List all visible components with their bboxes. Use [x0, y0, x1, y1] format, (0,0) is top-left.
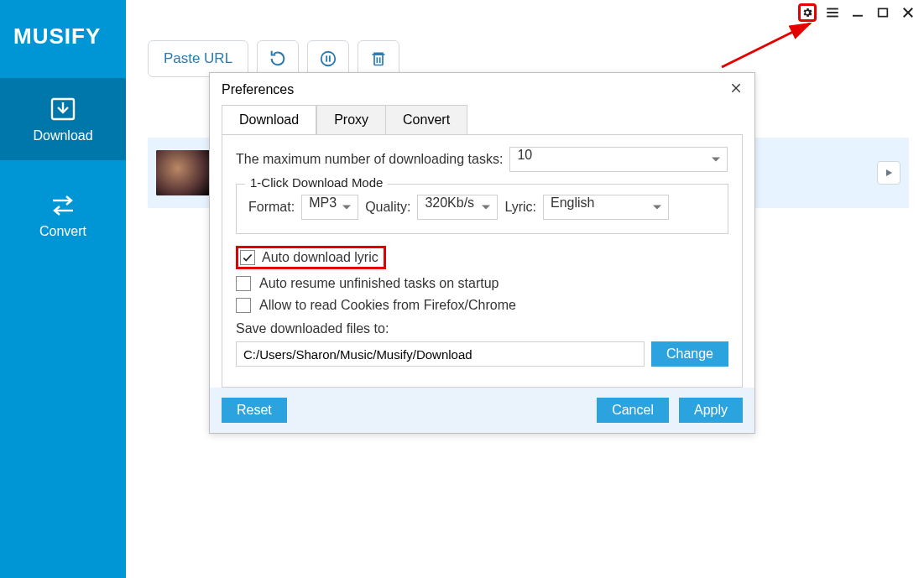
trash-icon [370, 49, 387, 68]
play-icon [884, 168, 894, 178]
convert-icon [50, 194, 76, 217]
track-thumbnail [156, 150, 210, 195]
save-path-input[interactable] [236, 341, 645, 367]
maximize-button[interactable] [874, 3, 892, 22]
checkbox-cookies-label: Allow to read Cookies from Firefox/Chrom… [259, 298, 516, 313]
dialog-tabs: Download Proxy Convert [222, 105, 467, 134]
format-label: Format: [248, 200, 295, 215]
preferences-dialog: Preferences Download Proxy Convert The m… [209, 72, 755, 434]
app-logo: MUSIFY [0, 0, 126, 49]
annotation-highlight-auto-lyric: Auto download lyric [236, 246, 386, 269]
fieldset-legend: 1-Click Download Mode [245, 175, 388, 190]
quality-select[interactable]: 320Kb/s [417, 195, 498, 220]
menu-button[interactable] [823, 3, 842, 22]
dialog-footer: Reset Cancel Apply [210, 388, 754, 433]
change-button[interactable]: Change [651, 341, 728, 367]
tab-convert[interactable]: Convert [385, 106, 467, 134]
max-tasks-select[interactable]: 10 [509, 147, 728, 172]
svg-point-9 [321, 52, 336, 66]
tab-download[interactable]: Download [222, 106, 316, 134]
lyric-label: Lyric: [504, 200, 536, 215]
maximize-icon [876, 6, 890, 19]
close-button[interactable] [899, 3, 917, 22]
dialog-titlebar: Preferences [210, 73, 754, 105]
pause-icon [319, 49, 337, 68]
checkbox-auto-resume[interactable] [236, 276, 251, 291]
svg-line-16 [722, 23, 810, 67]
quality-label: Quality: [365, 200, 410, 215]
download-icon [50, 96, 76, 122]
sidebar-item-download[interactable]: Download [0, 78, 126, 160]
format-select[interactable]: MP3 [301, 195, 358, 220]
reset-button[interactable]: Reset [222, 398, 287, 423]
svg-rect-12 [374, 55, 383, 65]
checkbox-auto-lyric-label: Auto download lyric [262, 250, 378, 265]
sidebar-item-label: Convert [0, 224, 126, 239]
sidebar-item-label: Download [0, 128, 126, 143]
max-tasks-label: The maximum number of downloading tasks: [236, 152, 503, 167]
checkbox-cookies[interactable] [236, 298, 251, 313]
close-icon [729, 81, 743, 95]
lyric-select[interactable]: English [543, 195, 669, 220]
minimize-button[interactable] [848, 3, 867, 22]
play-button[interactable] [877, 161, 901, 185]
dialog-title: Preferences [222, 82, 294, 97]
hamburger-icon [825, 5, 840, 20]
checkbox-auto-resume-label: Auto resume unfinished tasks on startup [259, 276, 499, 291]
dialog-close-button[interactable] [729, 81, 743, 98]
tab-panel-download: The maximum number of downloading tasks:… [222, 134, 743, 388]
cancel-button[interactable]: Cancel [597, 398, 669, 423]
checkbox-auto-lyric[interactable] [240, 250, 255, 265]
minimize-icon [850, 5, 865, 20]
retry-icon [269, 49, 287, 68]
close-icon [901, 5, 916, 20]
svg-rect-6 [879, 8, 888, 16]
svg-marker-15 [886, 169, 892, 176]
one-click-mode-fieldset: 1-Click Download Mode Format: MP3 Qualit… [236, 184, 728, 234]
apply-button[interactable]: Apply [679, 398, 743, 423]
save-path-label: Save downloaded files to: [236, 321, 728, 336]
tab-proxy[interactable]: Proxy [316, 106, 385, 134]
sidebar-item-convert[interactable]: Convert [0, 175, 126, 256]
sidebar: MUSIFY Download Convert [0, 0, 126, 578]
